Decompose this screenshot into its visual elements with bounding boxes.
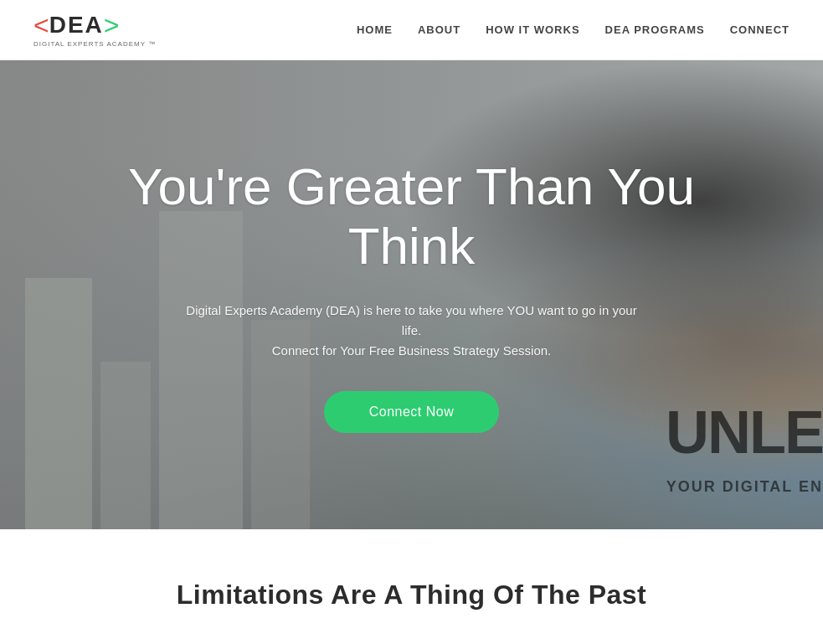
hero-title: You're Greater Than You Think: [119, 157, 705, 276]
main-nav: HOME ABOUT HOW IT WORKS DEA PROGRAMS CON…: [357, 23, 790, 36]
connect-now-button[interactable]: Connect Now: [324, 391, 500, 433]
nav-home[interactable]: HOME: [357, 23, 393, 36]
header: < DEA > DIGITAL EXPERTS ACADEMY ™ HOME A…: [0, 0, 823, 60]
hero-subtitle: Digital Experts Academy (DEA) is here to…: [177, 301, 646, 361]
nav-how-it-works[interactable]: HOW IT WORKS: [486, 23, 579, 36]
nav-connect[interactable]: CONNECT: [730, 23, 790, 36]
logo-subtitle: DIGITAL EXPERTS ACADEMY ™: [33, 40, 156, 48]
hero-content: You're Greater Than You Think Digital Ex…: [0, 60, 823, 529]
below-hero-section: Limitations Are A Thing Of The Past: [0, 529, 823, 644]
nav-about[interactable]: ABOUT: [418, 23, 460, 36]
hero-subtitle-line2: Connect for Your Free Business Strategy …: [272, 343, 552, 358]
logo: < DEA > DIGITAL EXPERTS ACADEMY ™: [33, 12, 156, 48]
logo-bracket-right: >: [104, 12, 120, 39]
hero-section: UNLE YOUR DIGITAL EN You're Greater Than…: [0, 60, 823, 529]
hero-subtitle-line1: Digital Experts Academy (DEA) is here to…: [186, 303, 636, 337]
logo-bracket-left: <: [33, 12, 49, 39]
nav-dea-programs[interactable]: DEA PROGRAMS: [605, 23, 705, 36]
section-title: Limitations Are A Thing Of The Past: [33, 580, 790, 611]
logo-text: DEA: [49, 13, 104, 37]
